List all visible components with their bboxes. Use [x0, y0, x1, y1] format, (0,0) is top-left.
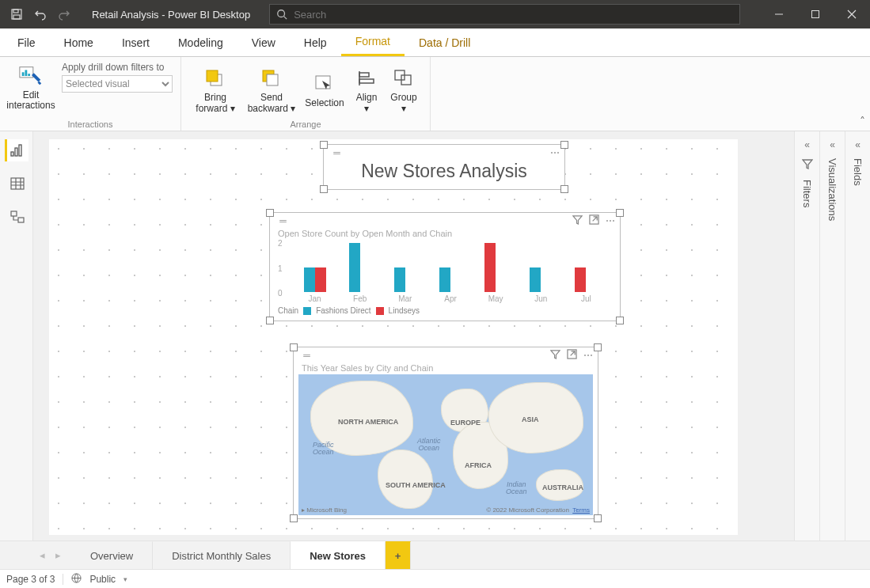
legend-title: Chain [278, 306, 298, 315]
expand-chevron-icon[interactable]: « [830, 139, 835, 150]
align-button[interactable]: Align▾ [349, 64, 384, 115]
tab-view[interactable]: View [237, 28, 290, 56]
svg-rect-15 [359, 79, 374, 83]
report-canvas[interactable]: ═ ⋯ New Stores Analysis ═ ⋯ Open Store C… [49, 139, 738, 535]
tab-insert[interactable]: Insert [108, 28, 164, 56]
map-attrib-ms: © 2022 Microsoft Corporation Terms [486, 506, 590, 514]
visual-grip-icon[interactable]: ═ [298, 350, 316, 361]
add-page-button[interactable]: + [386, 541, 411, 569]
map-plot-area[interactable]: NORTH AMERICA SOUTH AMERICA EUROPE AFRIC… [298, 374, 593, 515]
redo-icon[interactable] [54, 4, 74, 25]
menu-bar: File Home Insert Modeling View Help Form… [0, 28, 870, 57]
canvas-scroll[interactable]: ═ ⋯ New Stores Analysis ═ ⋯ Open Store C… [33, 131, 794, 541]
expand-chevron-icon[interactable]: « [804, 139, 810, 150]
group-label: Group [390, 92, 416, 103]
maximize-icon[interactable] [797, 0, 834, 28]
tab-file[interactable]: File [3, 28, 50, 56]
drill-filters-select[interactable]: Selected visual [62, 75, 173, 93]
selection-label: Selection [305, 98, 344, 108]
chart-title: Open Store Count by Open Month and Chain [270, 229, 620, 238]
search-input[interactable] [294, 9, 739, 21]
minimize-icon[interactable] [761, 0, 797, 28]
fields-pane-collapsed[interactable]: « Fields [845, 131, 870, 541]
search-box[interactable] [269, 4, 740, 25]
data-view-icon[interactable] [5, 173, 28, 195]
chart-visual[interactable]: ═ ⋯ Open Store Count by Open Month and C… [269, 212, 621, 321]
globe-icon [71, 573, 82, 586]
chart-x-label: May [488, 294, 503, 303]
model-view-icon[interactable] [5, 206, 28, 228]
chart-x-label: Jul [581, 294, 591, 303]
visualizations-pane-collapsed[interactable]: « Visualizations [819, 131, 845, 541]
ribbon-collapse-icon[interactable]: ˄ [860, 115, 865, 127]
tab-data-drill[interactable]: Data / Drill [405, 28, 484, 56]
status-sensitivity[interactable]: Public [89, 574, 116, 585]
page-next-icon[interactable]: ▸ [51, 546, 65, 565]
page-tab-newstores[interactable]: New Stores [291, 541, 386, 569]
svg-point-3 [278, 10, 285, 17]
visual-more-icon[interactable]: ⋯ [583, 350, 593, 361]
send-backward-icon [259, 66, 284, 91]
tab-format[interactable]: Format [341, 28, 405, 56]
svg-rect-21 [11, 178, 24, 189]
edit-interactions-icon [18, 63, 44, 89]
edit-interactions-button[interactable]: Editinteractions [8, 62, 54, 112]
map-attrib-bing: ▸ Microsoft Bing [302, 506, 347, 514]
chevron-down-icon[interactable]: ▾ [123, 575, 127, 583]
chart-bar[interactable] [484, 243, 496, 292]
focus-mode-icon[interactable] [567, 349, 577, 362]
chart-bar[interactable] [530, 267, 541, 292]
app-title: Retail Analysis - Power BI Desktop [92, 9, 250, 21]
title-text: New Stores Analysis [324, 161, 564, 182]
selection-pane-button[interactable]: Selection [302, 70, 348, 110]
chart-bar[interactable] [304, 267, 315, 292]
filters-pane-collapsed[interactable]: « Filters [794, 131, 819, 541]
main-area: ═ ⋯ New Stores Analysis ═ ⋯ Open Store C… [0, 131, 870, 541]
tab-home[interactable]: Home [50, 28, 108, 56]
chart-bar[interactable] [349, 243, 360, 292]
tab-modeling[interactable]: Modeling [164, 28, 237, 56]
map-label-af: AFRICA [465, 461, 492, 469]
bring-forward-button[interactable]: Bringforward ▾ [189, 64, 241, 115]
filter-icon[interactable] [550, 349, 560, 362]
tab-help[interactable]: Help [290, 28, 341, 56]
close-icon[interactable] [834, 0, 870, 28]
visual-more-icon[interactable]: ⋯ [550, 147, 560, 158]
chart-x-label: Feb [353, 294, 367, 303]
legend-label-2: Lindseys [389, 306, 420, 315]
page-tab-overview[interactable]: Overview [71, 541, 153, 569]
map-terms-link[interactable]: Terms [572, 506, 590, 514]
chart-x-label: Apr [444, 294, 457, 303]
title-visual[interactable]: ═ ⋯ New Stores Analysis [323, 144, 565, 190]
filter-icon[interactable] [572, 214, 583, 227]
send-backward-button[interactable]: Sendbackward ▾ [243, 64, 300, 115]
visual-more-icon[interactable]: ⋯ [606, 215, 615, 226]
map-label-as: ASIA [522, 415, 539, 423]
legend-swatch-1 [303, 307, 311, 315]
expand-chevron-icon[interactable]: « [855, 139, 861, 150]
focus-mode-icon[interactable] [589, 214, 599, 227]
svg-rect-14 [359, 73, 369, 77]
chart-bar[interactable] [394, 267, 405, 292]
chart-bar[interactable] [315, 267, 326, 292]
report-view-icon[interactable] [5, 139, 28, 161]
svg-rect-19 [15, 148, 17, 156]
legend-swatch-2 [376, 307, 384, 315]
visual-grip-icon[interactable]: ═ [275, 215, 292, 226]
filters-pane-label: Filters [801, 180, 813, 207]
group-button[interactable]: Group▾ [386, 64, 422, 115]
fields-pane-label: Fields [852, 158, 864, 186]
page-tab-district[interactable]: District Monthly Sales [153, 541, 291, 569]
undo-icon[interactable] [30, 4, 51, 25]
save-icon[interactable] [6, 4, 27, 25]
divider [63, 574, 63, 585]
svg-rect-1 [13, 9, 18, 13]
svg-rect-12 [267, 74, 278, 85]
chart-bar[interactable] [439, 267, 450, 292]
visualizations-pane-label: Visualizations [826, 158, 838, 221]
visual-grip-icon[interactable]: ═ [329, 147, 346, 158]
bring-forward-label-1: Bring [204, 92, 226, 103]
map-visual[interactable]: ═ ⋯ This Year Sales by City and Chain NO… [293, 347, 598, 519]
page-prev-icon[interactable]: ◂ [35, 546, 49, 565]
chart-bar[interactable] [575, 267, 586, 292]
